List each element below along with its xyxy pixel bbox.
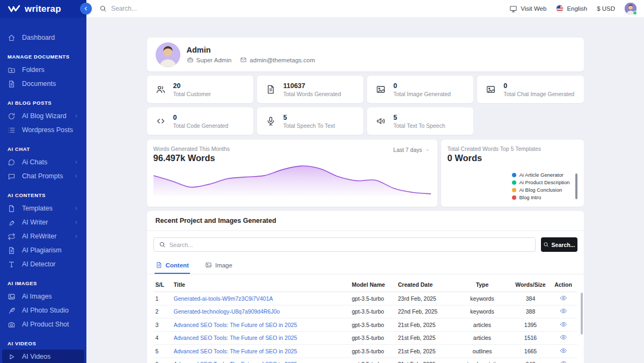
- sidebar-item-label: Templates: [22, 205, 67, 212]
- view-action-button[interactable]: [560, 307, 567, 315]
- tab-image[interactable]: Image: [204, 258, 233, 274]
- legend-scrollbar[interactable]: [575, 173, 577, 199]
- sidebar-item-label: Dashboard: [22, 34, 79, 41]
- tab-content[interactable]: Content: [155, 258, 190, 274]
- projects-table: S/L Title Model Name Created Date Type W…: [147, 274, 584, 363]
- image-icon: [205, 262, 212, 268]
- sidebar-collapse-button[interactable]: [80, 3, 92, 14]
- eye-icon: [560, 347, 567, 354]
- top-templates-chart-card: Total Created Words Top 5 Templates 0 Wo…: [441, 140, 584, 207]
- sidebar: writerap Dashboard MANAGE DOCUMENTS Fold…: [0, 0, 86, 363]
- stat-total-words-generated: 110637Total Words Generated: [257, 76, 363, 103]
- image-icon: [486, 84, 496, 95]
- visit-web-link[interactable]: Visit Web: [509, 5, 546, 13]
- document-icon: [156, 262, 163, 268]
- sidebar-item-ai-writer[interactable]: AI Writer: [0, 215, 86, 229]
- stats-row-1: 20Total Customer 110637Total Words Gener…: [147, 76, 584, 103]
- legend-dot: [512, 173, 516, 177]
- sidebar-item-ai-product-shot[interactable]: AI Product Shot: [0, 317, 86, 331]
- table-search-field[interactable]: [153, 237, 536, 252]
- sidebar-item-label: Wordpress Posts: [22, 126, 73, 134]
- stat-total-code-generated: 0Total Code Generated: [147, 107, 253, 135]
- search-icon: [159, 241, 166, 248]
- sidebar-item-label: AI Videos: [22, 353, 79, 360]
- sidebar-item-label: Folders: [22, 66, 79, 74]
- view-action-button[interactable]: [560, 294, 567, 302]
- project-title-link[interactable]: Advanced SEO Tools: The Future of SEO in…: [174, 335, 348, 341]
- language-selector[interactable]: English: [556, 5, 587, 12]
- project-title-link[interactable]: Advanced SEO Tools: The Future of SEO in…: [174, 322, 348, 328]
- chevron-right-icon: [74, 113, 79, 119]
- brand-name: writerap: [25, 4, 61, 14]
- document-icon: [8, 80, 16, 88]
- table-scrollbar[interactable]: [581, 293, 583, 335]
- sidebar-item-ai-chats[interactable]: Ai Chats: [0, 155, 86, 169]
- sidebar-item-chat-prompts[interactable]: Chat Prompts: [0, 169, 86, 183]
- sidebar-section-ai-contents: AI CONTENTS: [8, 192, 79, 198]
- sidebar-item-ai-detector[interactable]: AI Detector: [0, 257, 86, 271]
- table-row: 4 Advanced SEO Tools: The Future of SEO …: [153, 331, 577, 345]
- sidebar-item-label: AI Plagiarism: [22, 246, 79, 254]
- legend-dot: [512, 195, 516, 200]
- chevron-right-icon: [74, 220, 79, 225]
- eye-icon: [560, 321, 567, 328]
- list-icon: [8, 126, 16, 134]
- view-action-button[interactable]: [560, 347, 567, 354]
- project-title-link[interactable]: Advanced SEO Tools: The Future of SEO in…: [174, 348, 348, 354]
- table-row: 3 Advanced SEO Tools: The Future of SEO …: [153, 318, 577, 332]
- text-icon: [8, 260, 16, 268]
- legend-item: Ai Product Description: [512, 179, 570, 185]
- admin-avatar: [156, 42, 180, 67]
- chevron-down-icon: [425, 148, 430, 153]
- us-flag-icon: [556, 5, 564, 12]
- sidebar-item-ai-plagiarism[interactable]: AI Plagiarism: [0, 243, 86, 257]
- recent-title: Recent Project and Images Generated: [147, 211, 584, 231]
- stat-total-chat-image-generated: 0Total Chat Image Generated: [477, 76, 583, 103]
- table-row: 2 Generated-technology-U8q7a909d4R6J0o g…: [153, 305, 577, 318]
- table-search-button[interactable]: Search...: [541, 237, 577, 252]
- table-header-row: S/L Title Model Name Created Date Type W…: [153, 278, 577, 292]
- user-avatar[interactable]: [625, 3, 636, 14]
- sidebar-item-ai-blog-wizard[interactable]: AI Blog Wizard: [0, 109, 86, 123]
- recent-tabs: Content Image: [147, 258, 584, 274]
- project-title-link[interactable]: Generated-ai-tools-W9m7z3C9i7V401A: [174, 295, 348, 302]
- sidebar-item-templates[interactable]: Templates: [0, 201, 86, 215]
- view-action-button[interactable]: [560, 321, 567, 328]
- sidebar-item-label: AI Detector: [22, 260, 79, 268]
- search-icon: [99, 5, 107, 12]
- view-action-button[interactable]: [560, 333, 567, 341]
- table-search-input[interactable]: [170, 242, 530, 248]
- project-title-link[interactable]: Generated-technology-U8q7a909d4R6J0o: [174, 308, 348, 315]
- sidebar-item-label: Chat Prompts: [22, 172, 67, 180]
- words-chart-title: Words Generated This Months: [153, 146, 431, 152]
- chevron-right-icon: [74, 234, 79, 239]
- logo[interactable]: writerap: [0, 0, 86, 18]
- topbar: Search... Visit Web English $ USD: [86, 0, 644, 18]
- sidebar-item-wordpress-posts[interactable]: Wordpress Posts: [0, 123, 86, 137]
- chevron-right-icon: [74, 206, 79, 211]
- sidebar-item-ai-videos[interactable]: AI Videos: [2, 350, 84, 363]
- sidebar-item-ai-rewriter[interactable]: AI ReWriter: [0, 229, 86, 243]
- sidebar-item-ai-images[interactable]: Ai Images: [0, 289, 86, 303]
- monitor-icon: [509, 5, 517, 13]
- chevron-right-icon: [74, 173, 79, 179]
- sidebar-item-label: AI Writer: [22, 219, 67, 226]
- eye-icon: [560, 360, 567, 363]
- global-search[interactable]: Search...: [99, 5, 509, 12]
- sidebar-item-dashboard[interactable]: Dashboard: [0, 31, 86, 45]
- eye-icon: [560, 333, 567, 341]
- sidebar-item-documents[interactable]: Documents: [0, 77, 86, 91]
- sidebar-item-ai-photo-studio[interactable]: AI Photo Studio: [0, 303, 86, 317]
- image-icon: [376, 84, 386, 95]
- chat-bubble-icon: [8, 158, 16, 166]
- sidebar-item-folders[interactable]: Folders: [0, 63, 86, 77]
- templates-chart-title: Total Created Words Top 5 Templates: [448, 146, 577, 152]
- range-dropdown[interactable]: Last 7 days: [393, 147, 430, 153]
- view-action-button[interactable]: [560, 360, 567, 363]
- legend-item: Ai Blog Conclusion: [512, 187, 570, 193]
- currency-selector[interactable]: $ USD: [597, 5, 615, 12]
- project-title-link[interactable]: Advanced SEO Tools: The Future of SEO in…: [174, 361, 348, 363]
- writerap-logo-icon: [8, 4, 21, 14]
- online-status-dot: [633, 11, 637, 15]
- users-icon: [156, 84, 166, 95]
